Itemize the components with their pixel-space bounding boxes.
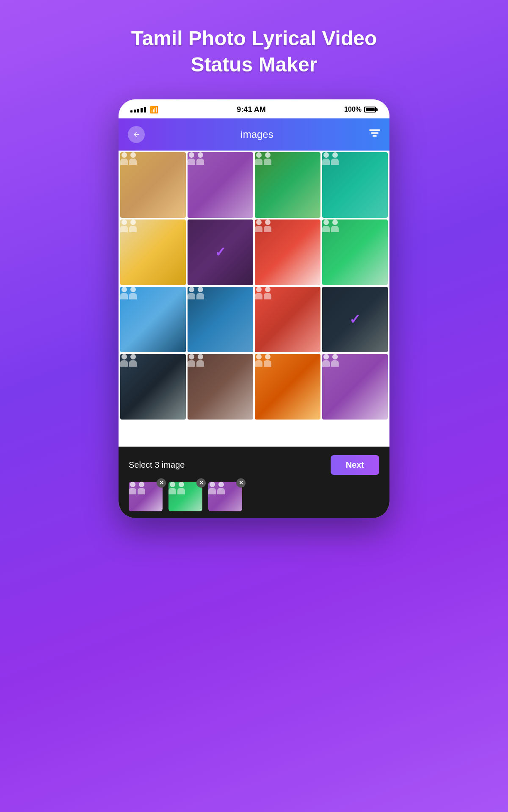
checkmark-icon: ✓ <box>349 311 361 327</box>
grid-item[interactable] <box>188 152 253 218</box>
grid-item[interactable] <box>120 152 186 218</box>
grid-item-selected[interactable]: ✓ <box>188 219 253 285</box>
wifi-icon: 📶 <box>150 106 158 114</box>
back-icon <box>133 131 140 138</box>
status-time: 9:41 AM <box>237 105 265 114</box>
header-title: images <box>240 129 273 140</box>
grid-item[interactable] <box>255 287 320 352</box>
remove-thumb-button[interactable]: ✕ <box>196 478 206 488</box>
grid-item[interactable] <box>322 354 388 420</box>
selected-thumb: ✕ <box>129 482 163 511</box>
select-label: Select 3 image <box>129 460 185 470</box>
battery-percent: 100% <box>344 106 362 113</box>
grid-item[interactable] <box>188 354 253 420</box>
phone-frame: 📶 9:41 AM 100% images <box>119 99 389 518</box>
check-overlay: ✓ <box>188 219 253 285</box>
status-bar: 📶 9:41 AM 100% <box>119 99 389 118</box>
grid-item[interactable] <box>120 287 186 352</box>
remove-thumb-button[interactable]: ✕ <box>236 478 246 488</box>
content-spacer <box>119 421 389 447</box>
bottom-bar-top: Select 3 image Next <box>129 455 379 475</box>
selected-thumb: ✕ <box>208 482 242 511</box>
signal-dots <box>130 107 146 112</box>
filter-icon[interactable] <box>369 129 380 140</box>
grid-item[interactable] <box>255 152 320 218</box>
battery-icon <box>364 107 378 112</box>
grid-item[interactable] <box>322 219 388 285</box>
grid-item-selected[interactable]: ✓ <box>322 287 388 352</box>
app-title: Tamil Photo Lyrical Video Status Maker <box>131 25 377 78</box>
bottom-bar: Select 3 image Next ✕ <box>119 447 389 518</box>
app-title-line2: Status Maker <box>191 53 318 76</box>
grid-item[interactable] <box>120 354 186 420</box>
grid-item[interactable] <box>255 219 320 285</box>
top-bar: images <box>119 118 389 151</box>
checkmark-icon: ✓ <box>215 244 226 260</box>
remove-thumb-button[interactable]: ✕ <box>157 478 166 488</box>
grid-item[interactable] <box>255 354 320 420</box>
status-right: 100% <box>344 106 378 113</box>
svg-rect-0 <box>369 129 380 131</box>
selected-thumbnails: ✕ ✕ ✕ <box>129 482 379 511</box>
app-title-line1: Tamil Photo Lyrical Video <box>131 27 377 49</box>
grid-item[interactable] <box>188 287 253 352</box>
next-button[interactable]: Next <box>331 455 379 475</box>
check-overlay: ✓ <box>322 287 388 352</box>
svg-rect-1 <box>371 132 378 134</box>
status-left: 📶 <box>130 106 158 114</box>
grid-item[interactable] <box>322 152 388 218</box>
grid-item[interactable] <box>120 219 186 285</box>
selected-thumb: ✕ <box>168 482 202 511</box>
svg-rect-2 <box>373 135 377 137</box>
image-grid: ✓ <box>119 151 389 421</box>
back-button[interactable] <box>128 126 145 143</box>
